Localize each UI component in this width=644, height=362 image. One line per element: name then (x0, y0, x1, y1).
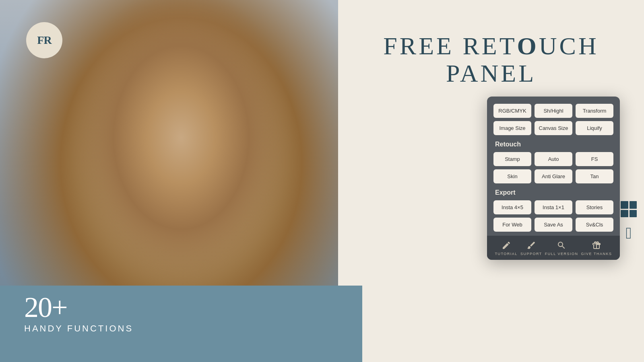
handy-label: HANDY FUNCTIONS (24, 323, 133, 334)
panel-row-2: Image Size Canvas Size Liquify (493, 121, 613, 135)
magnify-icon (557, 241, 566, 250)
retouch-panel: RGB/CMYK Sh/Highl Transform Image Size C… (487, 97, 620, 260)
btn-transform[interactable]: Transform (576, 104, 613, 118)
btn-rgb-cmyk[interactable]: RGB/CMYK (493, 104, 531, 118)
pencil-icon (502, 241, 511, 250)
btn-canvas-size[interactable]: Canvas Size (535, 121, 572, 135)
panel-row-4: Skin Anti Glare Tan (493, 169, 613, 183)
logo-text: FR (37, 34, 51, 47)
handy-number: 20+ (24, 293, 133, 322)
footer-give-thanks[interactable]: GIVE THANKS (581, 241, 612, 256)
btn-sh-highl[interactable]: Sh/Highl (535, 104, 572, 118)
os-icons:  (621, 201, 637, 241)
btn-stories[interactable]: Stories (576, 200, 613, 214)
give-thanks-label: GIVE THANKS (581, 252, 612, 256)
app-title: FREE RETOUCH PANEL (338, 32, 644, 87)
btn-fs[interactable]: FS (576, 152, 613, 166)
btn-insta-45[interactable]: Insta 4×5 (493, 200, 531, 214)
brush-icon (526, 241, 536, 250)
btn-for-web[interactable]: For Web (493, 218, 531, 232)
logo-circle: FR (26, 22, 62, 58)
btn-sv-cls[interactable]: Sv&Cls (576, 218, 613, 232)
panel-footer: TUTORIAL SUPPORT FULL VERSION GIVE THANK… (487, 236, 620, 260)
windows-icon (621, 201, 637, 217)
panel-row-3: Stamp Auto FS (493, 152, 613, 166)
btn-save-as[interactable]: Save As (535, 218, 572, 232)
tutorial-label: TUTORIAL (495, 252, 518, 256)
export-section-label: Export (495, 189, 613, 196)
btn-insta-11[interactable]: Insta 1×1 (535, 200, 572, 214)
apple-icon:  (626, 225, 632, 241)
title-line2: PANEL (338, 60, 644, 87)
footer-tutorial[interactable]: TUTORIAL (495, 241, 518, 256)
retouch-section-label: Retouch (495, 141, 613, 148)
panel-row-1: RGB/CMYK Sh/Highl Transform (493, 104, 613, 118)
title-line1: FREE RETOUCH (338, 32, 644, 60)
footer-support[interactable]: SUPPORT (520, 241, 542, 256)
btn-stamp[interactable]: Stamp (493, 152, 531, 166)
title-area: FREE RETOUCH PANEL (338, 24, 644, 87)
panel-row-6: For Web Save As Sv&Cls (493, 218, 613, 232)
footer-full-version[interactable]: FULL VERSION (545, 241, 578, 256)
btn-anti-glare[interactable]: Anti Glare (535, 169, 572, 183)
full-version-label: FULL VERSION (545, 252, 578, 256)
btn-skin[interactable]: Skin (493, 169, 531, 183)
support-label: SUPPORT (520, 252, 542, 256)
btn-tan[interactable]: Tan (576, 169, 613, 183)
gift-icon (592, 241, 601, 250)
panel-row-5: Insta 4×5 Insta 1×1 Stories (493, 200, 613, 214)
bottom-left-text: 20+ HANDY FUNCTIONS (24, 293, 133, 334)
btn-image-size[interactable]: Image Size (493, 121, 531, 135)
btn-liquify[interactable]: Liquify (576, 121, 613, 135)
btn-auto[interactable]: Auto (535, 152, 572, 166)
